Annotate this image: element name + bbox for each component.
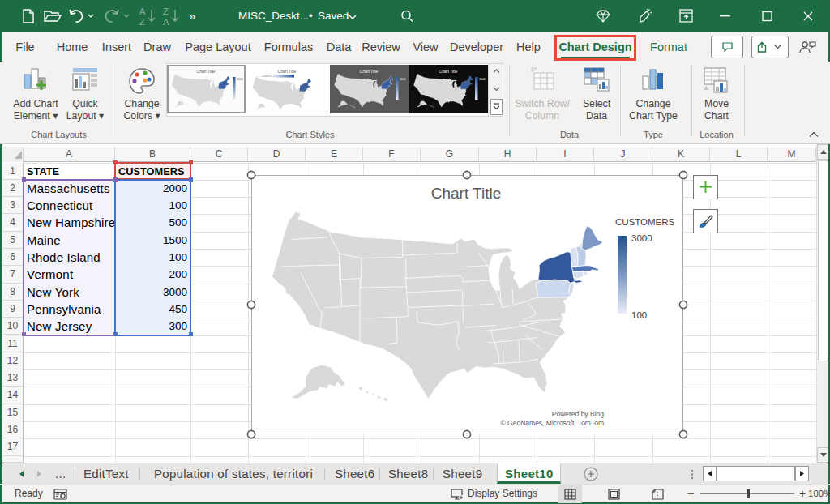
svg-text:Chart Title: Chart Title — [197, 69, 216, 74]
svg-text:3000: 3000 — [237, 78, 243, 81]
svg-text:3000: 3000 — [400, 78, 406, 81]
svg-text:3000: 3000 — [479, 78, 486, 81]
svg-text:Chart Title: Chart Title — [360, 69, 379, 74]
svg-text:Chart Title: Chart Title — [278, 69, 297, 74]
svg-text:CUSTO...: CUSTO... — [262, 75, 274, 78]
svg-text:Chart Title: Chart Title — [439, 69, 458, 74]
